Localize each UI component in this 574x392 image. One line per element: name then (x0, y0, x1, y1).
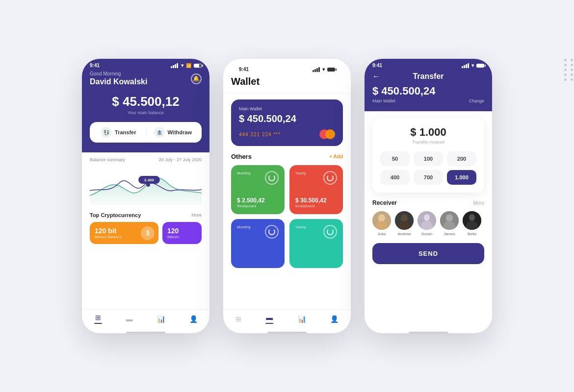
transfer-nav-3: ← Transfer (372, 72, 484, 81)
card-icon-1: ▬ (126, 315, 133, 323)
phone2-header: 9:41 ▾ Wallet (223, 59, 351, 94)
change-btn-3[interactable]: Change (469, 98, 484, 103)
transfer-wallet-amount-3: $ 450.500,24 (372, 85, 484, 98)
chart-svg-1: 2.400 (90, 166, 202, 205)
mc-circle-orange (325, 129, 335, 139)
action-buttons-1: 💱 Transfer 🏦 Withdraw (90, 122, 202, 143)
wallet-title-2: Wallet (231, 76, 343, 87)
transfer-icon-1: 💱 (101, 127, 112, 138)
status-bar-1: 9:41 ▾ 📶 (90, 63, 202, 71)
mastercard-icon-2 (319, 129, 335, 139)
time-3: 9:41 (372, 63, 382, 68)
crypto-card-2: 120 Bitkoin (162, 222, 202, 244)
receiver-item-james[interactable]: James (440, 211, 459, 236)
summary-header-1: Balance summary 20 July - 27 July 2020 (90, 157, 202, 162)
user-icon-2: 👤 (330, 315, 339, 323)
crypto-amount-2: 120 (167, 227, 197, 235)
header-row-1: Good Morning David Kowalski 🔔 (90, 71, 202, 86)
transfer-btn-1[interactable]: 💱 Transfer (98, 127, 140, 138)
summary-label-1: Balance summary (90, 157, 125, 162)
nav-item-grid-2[interactable]: ⊞ (235, 315, 241, 323)
receiver-name-james: James (444, 232, 455, 236)
transfer-title-3: Transfer (413, 72, 444, 81)
wallet-card-label-2: Main Wallet (239, 106, 335, 111)
home-indicator-3 (409, 332, 448, 333)
dots-decoration-top-right: for(let i=0;i<25;i++) document.currentSc… (564, 59, 574, 81)
nav-item-card-1[interactable]: ▬ (126, 315, 133, 323)
wallet-item-0: Monthly $ 2.500,42 Restaurant (231, 165, 285, 214)
amount-btn-2[interactable]: 200 (447, 151, 476, 166)
bottom-nav-1: ⊞ ▬ 📊 👤 (82, 309, 209, 330)
grid-icon-1: ⊞ (95, 314, 101, 321)
balance-amount-1: $ 45.500,12 (90, 94, 202, 109)
phone1: 9:41 ▾ 📶 Good Morni (82, 59, 209, 333)
phones-container: 9:41 ▾ 📶 Good Morni (82, 59, 492, 333)
receiver-more-3[interactable]: More (473, 200, 484, 206)
wi-amount-0: $ 2.500,42 (237, 197, 279, 204)
crypto-section-header-1: Top Cryptocurrency More (90, 212, 202, 218)
status-bar-3: 9:41 ▾ (372, 63, 484, 72)
receiver-name-bella: Bella (468, 232, 476, 236)
btc-icon-1: ₿ (141, 226, 155, 240)
send-button-3[interactable]: SEND (372, 243, 484, 264)
receiver-item-bella[interactable]: Bella (463, 211, 481, 236)
nav-item-chart-2[interactable]: 📊 (298, 315, 306, 323)
receiver-item-andrew[interactable]: Andrew (395, 211, 414, 236)
user-info-1: Good Morning David Kowalski (90, 71, 147, 86)
amount-btn-5[interactable]: 1.000 (447, 170, 476, 185)
wallet-card-footer-2: 444 221 224 *** (239, 129, 335, 139)
status-icons-2: ▾ (313, 67, 335, 72)
chart-icon-2: 📊 (298, 315, 306, 323)
nav-item-user-1[interactable]: 👤 (189, 315, 198, 323)
transfer-amount-section-3: $ 1.000 Transfer Amount 50 100 200 400 7… (372, 118, 484, 193)
receiver-list-3: Julia Andrew (372, 211, 484, 236)
crypto-label-2: Bitkoin (167, 235, 197, 239)
amount-btn-1[interactable]: 100 (414, 151, 443, 166)
wi-label-1: Investment (295, 204, 337, 208)
back-arrow-3[interactable]: ← (372, 72, 380, 81)
chart-icon-1: 📊 (157, 315, 165, 323)
receiver-item-julia[interactable]: Julia (372, 211, 391, 236)
receiver-avatar-bella (463, 211, 481, 230)
others-title-2: Others (231, 153, 252, 160)
receiver-item-susan[interactable]: Susan (417, 211, 436, 236)
receiver-avatar-james (440, 211, 459, 230)
add-link-2[interactable]: + Add (329, 154, 343, 159)
balance-summary-1: Balance summary 20 July - 27 July 2020 (82, 152, 209, 208)
receiver-name-susan: Susan (421, 232, 433, 236)
wi-period-0: Monthly (237, 171, 251, 185)
user-name-1: David Kowalski (90, 77, 147, 86)
grid-icon-2: ⊞ (235, 315, 241, 323)
amount-btn-3[interactable]: 400 (380, 170, 410, 185)
wallet-item-2: Monthly (231, 219, 285, 268)
bell-icon-1[interactable]: 🔔 (191, 74, 202, 84)
card-number-2: 444 221 224 *** (239, 132, 281, 137)
receiver-section-3: Receiver More Julia (372, 199, 484, 236)
svg-point-13 (446, 214, 453, 222)
crypto-card-1: 120 bit Bitkoin Balance ₿ (90, 222, 158, 244)
wallet-item-3: Yearly (289, 219, 343, 268)
bottom-nav-2: ⊞ ▬ 📊 👤 (223, 309, 351, 330)
status-icons-3: ▾ (462, 63, 484, 68)
nav-item-chart-1[interactable]: 📊 (157, 315, 165, 323)
phone3: 9:41 ▾ ← Transfer $ (365, 59, 492, 333)
svg-point-7 (401, 214, 408, 222)
nav-item-card-2[interactable]: ▬ (265, 314, 273, 324)
receiver-name-julia: Julia (378, 232, 386, 236)
status-bar-2: 9:41 ▾ (231, 63, 343, 74)
amount-btn-0[interactable]: 50 (380, 151, 410, 166)
crypto-more-1[interactable]: More (191, 213, 202, 218)
home-indicator-2 (267, 332, 307, 333)
wi-amount-1: $ 30.500,42 (295, 197, 337, 204)
others-header-2: Others + Add (231, 153, 343, 160)
amount-btn-4[interactable]: 700 (414, 170, 443, 185)
status-icons-1: ▾ 📶 (171, 63, 202, 68)
nav-item-grid-1[interactable]: ⊞ (94, 314, 102, 324)
balance-section-1: $ 45.500,12 Your main balance 💱 Transfer… (82, 93, 209, 152)
top-crypto-1: Top Cryptocurrency More 120 bit Bitkoin … (82, 208, 209, 248)
others-section-2: Others + Add Monthly $ 2.500,42 Restaura… (223, 153, 351, 309)
svg-point-10 (424, 214, 430, 221)
wallet-card-amount-2: $ 450.500,24 (239, 113, 335, 124)
withdraw-btn-1[interactable]: 🏦 Withdraw (152, 127, 194, 138)
nav-item-user-2[interactable]: 👤 (330, 315, 339, 323)
